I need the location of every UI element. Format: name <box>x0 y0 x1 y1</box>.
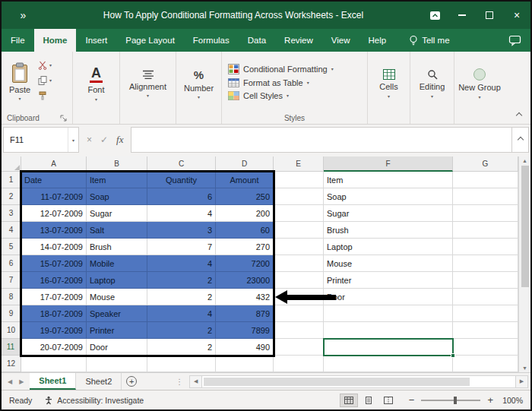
active-cell-F11[interactable] <box>323 338 454 356</box>
cell-A4[interactable]: 13-07-2009 <box>21 222 87 239</box>
number-button[interactable]: % Number ▾ <box>176 52 221 124</box>
row-header-4[interactable]: 4 <box>2 222 21 239</box>
cell-A2[interactable]: 11-07-2009 <box>21 188 87 205</box>
cell-A12[interactable] <box>21 356 87 372</box>
tab-review[interactable]: Review <box>275 29 322 52</box>
cell-E2[interactable] <box>274 188 324 205</box>
format-painter-button[interactable] <box>38 91 52 100</box>
cell-B12[interactable] <box>87 356 147 372</box>
confirm-entry-button[interactable]: ✓ <box>100 134 108 145</box>
cell-G11[interactable] <box>453 339 518 356</box>
cell-A3[interactable]: 12-07-2009 <box>21 205 87 222</box>
scroll-right-button[interactable]: ▶ <box>515 375 528 388</box>
cell-E9[interactable] <box>274 305 324 322</box>
cell-E7[interactable] <box>274 272 324 289</box>
cell-E6[interactable] <box>274 255 324 272</box>
cell-G3[interactable] <box>453 205 518 222</box>
editing-button[interactable]: Editing ▾ <box>410 52 454 124</box>
vertical-scrollbar[interactable]: ▲ ▼ <box>518 156 530 372</box>
column-header-G[interactable]: G <box>453 156 518 172</box>
row-header-11[interactable]: 11 <box>2 339 21 356</box>
cell-F8[interactable]: Door <box>324 289 453 305</box>
cell-A7[interactable]: 16-07-2009 <box>21 272 87 289</box>
cell-B7[interactable]: Laptop <box>87 272 147 289</box>
cell-B10[interactable]: Printer <box>87 322 147 339</box>
tab-insert[interactable]: Insert <box>76 29 116 52</box>
tab-home[interactable]: Home <box>34 29 77 52</box>
cells-button[interactable]: Cells ▾ <box>368 52 410 124</box>
cell-G6[interactable] <box>453 255 518 272</box>
clipboard-dialog-launcher[interactable] <box>60 115 67 122</box>
conditional-formatting-button[interactable]: Conditional Formatting ▾ <box>228 64 367 74</box>
cut-button[interactable]: ▾ <box>38 61 52 70</box>
column-header-D[interactable]: D <box>216 156 274 172</box>
cell-A8[interactable]: 17-07-2009 <box>21 289 87 305</box>
cell-F9[interactable] <box>324 305 453 322</box>
cell-D6[interactable]: 7200 <box>216 255 274 272</box>
tab-page-layout[interactable]: Page Layout <box>116 29 184 52</box>
cell-A1[interactable]: Date <box>21 172 87 188</box>
cell-D5[interactable]: 270 <box>216 239 274 255</box>
horizontal-scrollbar[interactable]: ◀ ▶ <box>189 375 528 388</box>
scroll-up-button[interactable]: ▲ <box>522 158 527 163</box>
cell-F3[interactable]: Sugar <box>324 205 453 222</box>
row-header-5[interactable]: 5 <box>2 239 21 255</box>
cell-F1[interactable]: Item <box>324 172 453 188</box>
cell-C10[interactable]: 2 <box>147 322 216 339</box>
cell-B2[interactable]: Soap <box>87 188 147 205</box>
column-header-C[interactable]: C <box>147 156 216 172</box>
fill-handle[interactable] <box>451 353 455 358</box>
sheet-nav-left-button[interactable]: ◀ <box>8 378 12 385</box>
vertical-scroll-thumb[interactable] <box>521 166 529 287</box>
cell-B1[interactable]: Item <box>87 172 147 188</box>
cell-B9[interactable]: Speaker <box>87 305 147 322</box>
page-break-preview-button[interactable] <box>379 394 397 407</box>
tab-scroll-splitter[interactable]: ⋮ <box>172 373 187 390</box>
maximize-button[interactable] <box>476 2 503 29</box>
column-header-B[interactable]: B <box>87 156 147 172</box>
tab-formulas[interactable]: Formulas <box>184 29 239 52</box>
cell-B5[interactable]: Brush <box>87 239 147 255</box>
cell-D3[interactable]: 200 <box>216 205 274 222</box>
cell-A6[interactable]: 15-07-2009 <box>21 255 87 272</box>
font-button[interactable]: A Font ▾ <box>73 52 119 124</box>
cell-C4[interactable]: 3 <box>147 222 216 239</box>
cell-D2[interactable]: 250 <box>216 188 274 205</box>
minimize-button[interactable] <box>448 2 476 29</box>
cell-F6[interactable]: Mouse <box>324 255 453 272</box>
cell-E10[interactable] <box>274 322 324 339</box>
cell-F2[interactable]: Soap <box>324 188 453 205</box>
row-header-10[interactable]: 10 <box>2 322 21 339</box>
sheet-tab-sheet2[interactable]: Sheet2 <box>76 373 122 390</box>
cell-B6[interactable]: Mobile <box>87 255 147 272</box>
scroll-down-button[interactable]: ▼ <box>522 365 527 371</box>
cell-D1[interactable]: Amount <box>216 172 274 188</box>
cancel-entry-button[interactable]: × <box>87 134 92 145</box>
accessibility-checker[interactable]: Accessibility: Investigate <box>44 396 144 405</box>
cell-C7[interactable]: 2 <box>147 272 216 289</box>
cell-C12[interactable] <box>147 356 216 372</box>
new-sheet-button[interactable]: + <box>122 373 141 390</box>
cell-G8[interactable] <box>453 289 518 305</box>
page-layout-view-button[interactable] <box>359 394 378 407</box>
tab-data[interactable]: Data <box>239 29 275 52</box>
sheet-nav-right-button[interactable]: ▶ <box>19 378 24 385</box>
row-header-12[interactable]: 12 <box>2 356 21 372</box>
cell-D11[interactable]: 490 <box>216 339 274 356</box>
column-header-F[interactable]: F <box>324 156 453 172</box>
cell-F4[interactable]: Brush <box>324 222 453 239</box>
zoom-out-button[interactable]: − <box>409 394 415 406</box>
cell-G4[interactable] <box>453 222 518 239</box>
cell-D7[interactable]: 23000 <box>216 272 274 289</box>
cell-C2[interactable]: 6 <box>147 188 216 205</box>
cell-G10[interactable] <box>453 322 518 339</box>
select-all-corner[interactable] <box>2 156 21 172</box>
horizontal-scroll-thumb[interactable] <box>204 378 470 386</box>
cell-G9[interactable] <box>453 305 518 322</box>
cell-C9[interactable]: 4 <box>147 305 216 322</box>
row-header-3[interactable]: 3 <box>2 205 21 222</box>
tab-view[interactable]: View <box>322 29 359 52</box>
cell-D12[interactable] <box>216 356 274 372</box>
name-box-dropdown[interactable]: ▾ <box>68 128 78 152</box>
cell-E1[interactable] <box>274 172 324 188</box>
